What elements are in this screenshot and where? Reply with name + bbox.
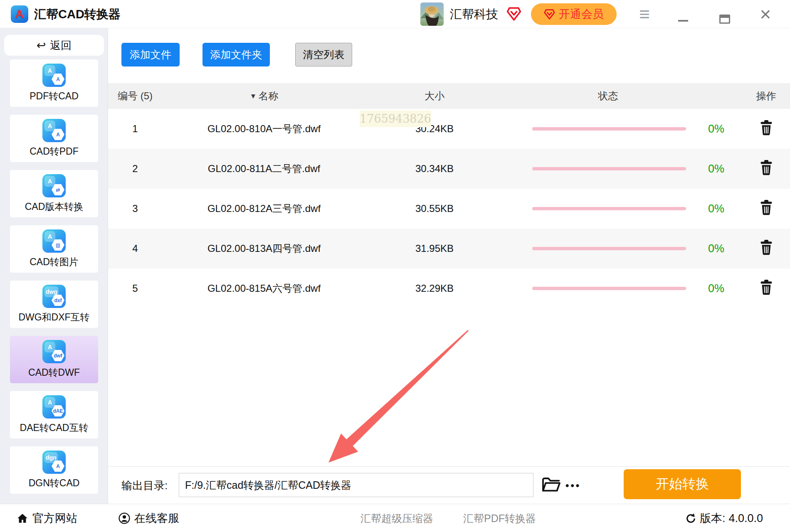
sidebar-item-CAD转图片[interactable]: A ▨ CAD转图片 — [10, 225, 98, 273]
trash-icon — [760, 280, 773, 295]
minimize-icon — [678, 20, 688, 22]
delete-file-button[interactable] — [760, 200, 773, 217]
header-action: 操作 — [742, 89, 790, 103]
header-name[interactable]: ▼名称 — [162, 89, 366, 103]
sidebar-item-DAE转CAD互转[interactable]: A dAE DAE转CAD互转 — [10, 391, 98, 438]
add-folder-button[interactable]: 添加文件夹 — [202, 43, 270, 66]
header-status: 状态 — [503, 89, 690, 103]
table-row: 4 GL02.00-813A四号管.dwf 31.95KB 0% — [108, 229, 790, 268]
file-percent: 0% — [690, 202, 742, 215]
file-name: GL02.00-812A三号管.dwf — [162, 202, 366, 215]
icon-top-label: A — [44, 342, 55, 352]
file-size: 32.29KB — [366, 283, 503, 294]
app-title: 汇帮CAD转换器 — [34, 0, 121, 28]
output-bar: 输出目录: ••• 开始转换 — [108, 466, 790, 504]
add-file-button[interactable]: 添加文件 — [121, 43, 180, 66]
sidebar: ↩ 返回 A A PDF转CAD A A CAD转PDF A ⇄ CAD版本转换… — [0, 28, 108, 504]
cad-format-icon: dwg dxf — [42, 285, 66, 308]
trash-icon — [760, 240, 773, 255]
ellipsis-icon: ••• — [565, 480, 581, 491]
maximize-button[interactable] — [715, 0, 734, 28]
table-row: 2 GL02.00-811A二号管.dwf 30.34KB 0% — [108, 149, 790, 189]
file-index: 1 — [108, 123, 162, 135]
progress-bar — [532, 127, 686, 131]
online-support-link[interactable]: 在线客服 — [118, 504, 179, 532]
trash-icon — [760, 120, 773, 135]
cad-format-icon: A A — [42, 119, 66, 142]
folder-icon — [541, 476, 561, 494]
sidebar-item-label: DAE转CAD互转 — [10, 421, 98, 434]
sidebar-item-PDF转CAD[interactable]: A A PDF转CAD — [10, 59, 98, 107]
sidebar-items: A A PDF转CAD A A CAD转PDF A ⇄ CAD版本转换 A ▨ … — [10, 59, 98, 502]
progress-bar — [532, 287, 686, 290]
user-avatar[interactable] — [420, 2, 444, 26]
refresh-icon[interactable] — [685, 513, 696, 524]
main-panel: 添加文件 添加文件夹 清空列表 编号 (5) ▼名称 大小 状态 操作 1765… — [108, 28, 790, 504]
close-icon: × — [760, 3, 771, 25]
clear-list-button[interactable]: 清空列表 — [295, 43, 352, 66]
cad-format-icon: A ▨ — [42, 229, 66, 253]
watermark: 1765943826 — [360, 111, 431, 127]
close-button[interactable]: × — [756, 0, 775, 28]
hamburger-icon: ≡ — [639, 4, 650, 24]
progress-bar — [532, 247, 686, 250]
app-logo-icon: A — [11, 5, 28, 23]
sidebar-item-CAD版本转换[interactable]: A ⇄ CAD版本转换 — [10, 170, 98, 217]
delete-file-button[interactable] — [760, 120, 773, 137]
vip-button-label: 开通会员 — [559, 7, 604, 22]
start-convert-button[interactable]: 开始转换 — [624, 469, 741, 499]
sidebar-item-label: CAD转图片 — [10, 256, 98, 268]
file-status-cell — [503, 207, 690, 210]
minimize-button[interactable] — [674, 0, 693, 28]
sidebar-item-label: CAD版本转换 — [10, 200, 98, 213]
output-dir-input[interactable] — [179, 473, 533, 497]
trash-icon — [760, 200, 773, 215]
account-name: 汇帮科技 — [450, 0, 498, 28]
table-row: 3 GL02.00-812A三号管.dwf 30.55KB 0% — [108, 189, 790, 229]
more-options-button[interactable]: ••• — [565, 467, 581, 504]
file-status-cell — [503, 247, 690, 250]
file-name: GL02.00-813A四号管.dwf — [162, 242, 366, 255]
delete-file-button[interactable] — [760, 280, 773, 296]
file-size: 30.34KB — [366, 163, 503, 175]
cad-format-icon: A dAE — [42, 395, 66, 419]
file-name: GL02.00-815A六号管.dwf — [162, 282, 366, 295]
product-link-compressor[interactable]: 汇帮超级压缩器 — [360, 504, 433, 532]
file-percent: 0% — [690, 163, 742, 175]
browse-folder-button[interactable] — [541, 476, 562, 495]
product-link-pdf[interactable]: 汇帮PDF转换器 — [463, 504, 536, 532]
file-index: 2 — [108, 163, 162, 175]
icon-top-label: A — [44, 121, 55, 131]
open-membership-button[interactable]: 开通会员 — [531, 3, 617, 25]
delete-file-button[interactable] — [760, 240, 773, 256]
vip-badge-icon — [506, 7, 521, 21]
back-button[interactable]: ↩ 返回 — [4, 35, 104, 56]
header-index: 编号 (5) — [108, 89, 162, 103]
version-label: 版本: — [700, 511, 726, 526]
cad-format-icon: A dwf — [42, 340, 66, 363]
cad-format-icon: dgn A — [42, 451, 66, 474]
icon-top-label: A — [44, 176, 55, 187]
sidebar-item-DGN转CAD[interactable]: dgn A DGN转CAD — [10, 446, 98, 494]
file-status-cell — [503, 287, 690, 290]
version-info: 版本: 4.0.0.0 — [685, 504, 763, 532]
cad-format-icon: A A — [42, 64, 66, 87]
file-status-cell — [503, 167, 690, 170]
file-percent: 0% — [690, 282, 742, 295]
file-size: 31.95KB — [366, 243, 503, 254]
support-person-icon — [118, 512, 130, 524]
sidebar-item-DWG和DXF互转[interactable]: dwg dxf DWG和DXF互转 — [10, 281, 98, 328]
version-value: 4.0.0.0 — [729, 512, 763, 525]
file-index: 4 — [108, 243, 162, 254]
output-dir-label: 输出目录: — [121, 467, 168, 504]
table-row: 5 GL02.00-815A六号管.dwf 32.29KB 0% — [108, 268, 790, 308]
sidebar-item-CAD转DWF[interactable]: A dwf CAD转DWF — [10, 336, 98, 383]
official-site-link[interactable]: 官方网站 — [17, 504, 77, 532]
table-row: 1 GL02.00-810A一号管.dwf 30.24KB 0% — [108, 109, 790, 149]
menu-button[interactable]: ≡ — [635, 0, 654, 28]
file-name: GL02.00-811A二号管.dwf — [162, 162, 366, 175]
sidebar-item-CAD转PDF[interactable]: A A CAD转PDF — [10, 115, 98, 162]
file-list: 1 GL02.00-810A一号管.dwf 30.24KB 0% 2 GL02.… — [108, 109, 790, 308]
icon-top-label: A — [44, 231, 55, 242]
delete-file-button[interactable] — [760, 160, 773, 177]
